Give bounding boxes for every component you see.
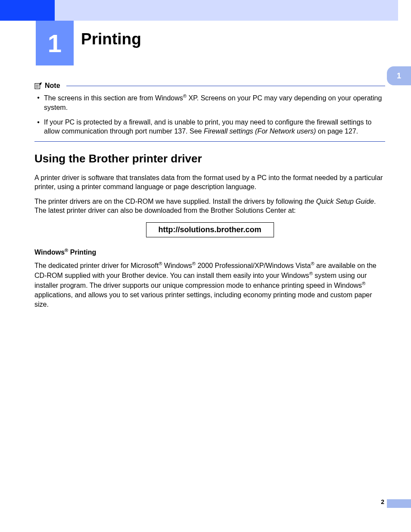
superscript: ® — [362, 281, 365, 286]
chapter-number-box: 1 — [36, 21, 74, 65]
chapter-title: Printing — [81, 30, 141, 48]
paragraph: The dedicated printer driver for Microso… — [34, 261, 385, 309]
chapter-number: 1 — [48, 29, 62, 58]
paragraph: A printer driver is software that transl… — [34, 173, 385, 192]
note-bullet: • If your PC is protected by a firewall,… — [36, 118, 385, 136]
bullet-dot: • — [36, 93, 40, 112]
note-top-rule — [66, 86, 385, 86]
note-body: • The screens in this section are from W… — [34, 93, 385, 136]
superscript: ® — [309, 271, 313, 276]
top-accent-bar — [0, 0, 55, 21]
subheading: Windows® Printing — [34, 248, 385, 256]
note-bullet: • The screens in this section are from W… — [36, 93, 385, 112]
bullet-text: The screens in this section are from Win… — [44, 93, 385, 112]
text-run: applications, and allows you to set vari… — [34, 291, 372, 308]
text-run: The dedicated printer driver for Microso… — [34, 262, 159, 270]
page-number: 2 — [381, 498, 384, 505]
superscript: ® — [311, 261, 314, 266]
text-run: Printing — [68, 249, 96, 256]
section-heading: Using the Brother printer driver — [34, 152, 385, 165]
bullet-text: If your PC is protected by a firewall, a… — [44, 118, 385, 136]
note-label: Note — [45, 82, 60, 90]
text-run: 2000 Professional/XP/Windows Vista — [196, 262, 311, 270]
note-header: Note — [34, 82, 385, 90]
document-page: 1 Printing 1 Note • The screens in this … — [0, 0, 411, 532]
bottom-accent — [387, 499, 411, 508]
superscript: ® — [192, 261, 196, 266]
side-tab-label: 1 — [397, 72, 401, 81]
content-area: Note • The screens in this section are f… — [34, 82, 385, 314]
text-run: Windows — [34, 249, 65, 256]
bullet-dot: • — [36, 118, 40, 136]
superscript: ® — [183, 93, 187, 99]
text-run: Windows — [162, 262, 192, 270]
side-tab: 1 — [387, 66, 411, 85]
note-bottom-rule — [34, 141, 385, 142]
italic-run: the Quick Setup Guide — [305, 198, 374, 205]
url-container: http://solutions.brother.com — [34, 221, 385, 245]
italic-run: Firewall settings (For Network users) — [204, 128, 316, 135]
url-text: http://solutions.brother.com — [159, 225, 262, 234]
text-run: The printer drivers are on the CD-ROM we… — [34, 198, 305, 205]
top-band — [55, 0, 398, 21]
note-icon — [34, 82, 42, 89]
text-run: The screens in this section are from Win… — [44, 94, 183, 102]
url-box[interactable]: http://solutions.brother.com — [146, 222, 274, 237]
text-run: on page 127. — [316, 128, 358, 135]
paragraph: The printer drivers are on the CD-ROM we… — [34, 197, 385, 215]
